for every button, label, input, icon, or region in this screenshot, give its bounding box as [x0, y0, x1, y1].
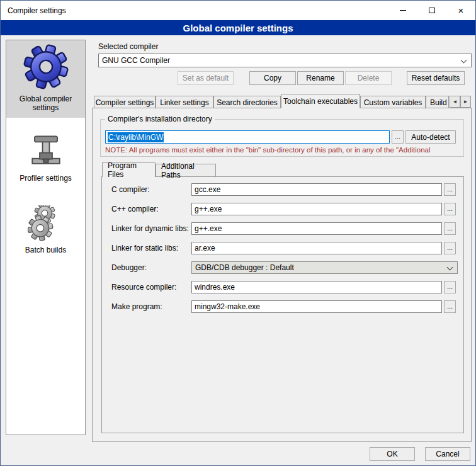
bin-subdirectory-note: NOTE: All programs must exist either in … — [105, 146, 464, 154]
sidebar-item-label: Batch builds — [6, 246, 85, 254]
tab-scroll-right-button[interactable]: ► — [460, 96, 471, 108]
tab-search-directories[interactable]: Search directories — [213, 96, 281, 108]
sidebar-item-batch-builds[interactable]: Batch builds — [6, 205, 85, 254]
debugger-label: Debugger: — [111, 263, 147, 272]
install-dir-input[interactable]: C:\raylib\MinGW — [105, 130, 390, 144]
debugger-select-value: GDB/CDB debugger : Default — [195, 263, 294, 272]
dynamic-linker-input[interactable] — [191, 222, 442, 235]
tab-build-options[interactable]: Build options — [426, 96, 449, 108]
settings-category-list: Global compiler settings Profiler settin… — [6, 40, 86, 435]
autodetect-button[interactable]: Auto-detect — [405, 130, 456, 144]
subtab-program-files[interactable]: Program Files — [102, 162, 156, 177]
resource-compiler-label: Resource compiler: — [111, 283, 176, 292]
dynamic-linker-browse-button[interactable]: ... — [444, 222, 456, 235]
c-compiler-browse-button[interactable]: ... — [444, 183, 456, 196]
sidebar-item-label: Profiler settings — [6, 174, 85, 183]
compiler-select[interactable]: GNU GCC Compiler — [98, 54, 472, 67]
sidebar-item-global-compiler-settings[interactable]: Global compiler settings — [6, 43, 85, 112]
make-program-browse-button[interactable]: ... — [444, 300, 456, 313]
static-linker-input[interactable] — [191, 242, 442, 254]
installation-directory-group-label: Compiler's installation directory — [105, 115, 215, 123]
resource-compiler-browse-button[interactable]: ... — [444, 281, 456, 293]
sidebar-item-label: Global compiler settings — [6, 94, 85, 112]
install-dir-browse-button[interactable]: ... — [392, 130, 404, 144]
static-linker-label: Linker for static libs: — [111, 244, 178, 253]
subtab-additional-paths[interactable]: Additional Paths — [156, 164, 216, 176]
ok-button[interactable]: OK — [370, 447, 415, 461]
close-icon: × — [458, 6, 464, 15]
reset-defaults-button[interactable]: Reset defaults — [407, 71, 465, 85]
compiler-select-value: GNU GCC Compiler — [102, 56, 170, 65]
minimize-button[interactable] — [388, 1, 417, 20]
compiler-settings-dialog: Compiler settings × Global compiler sett… — [0, 0, 476, 466]
minimize-icon — [400, 10, 406, 11]
tab-linker-settings[interactable]: Linker settings — [156, 96, 213, 108]
close-button[interactable]: × — [446, 1, 475, 20]
cpp-compiler-browse-button[interactable]: ... — [444, 203, 456, 215]
selected-compiler-label: Selected compiler — [98, 42, 158, 51]
make-program-input[interactable] — [191, 300, 442, 313]
window-title: Compiler settings — [8, 6, 66, 15]
static-linker-browse-button[interactable]: ... — [444, 242, 456, 254]
c-compiler-input[interactable] — [191, 183, 442, 196]
chevron-down-icon — [461, 57, 467, 64]
tab-scroll-left-button[interactable]: ◄ — [450, 96, 460, 108]
c-compiler-label: C compiler: — [111, 185, 150, 194]
debugger-select[interactable]: GDB/CDB debugger : Default — [191, 261, 458, 274]
make-program-label: Make program: — [111, 302, 162, 311]
dynamic-linker-label: Linker for dynamic libs: — [111, 224, 189, 233]
cpp-compiler-input[interactable] — [191, 203, 442, 215]
profiler-tool-icon — [28, 132, 64, 169]
sidebar-item-profiler-settings[interactable]: Profiler settings — [6, 132, 85, 183]
chevron-down-icon — [447, 264, 453, 271]
maximize-icon — [429, 8, 435, 13]
copy-button[interactable]: Copy — [249, 71, 296, 85]
cpp-compiler-label: C++ compiler: — [111, 205, 159, 213]
delete-button[interactable]: Delete — [345, 71, 392, 85]
resource-compiler-input[interactable] — [191, 281, 442, 293]
cancel-button[interactable]: Cancel — [425, 447, 470, 461]
arrow-left-icon: ◄ — [453, 99, 458, 105]
rename-button[interactable]: Rename — [297, 71, 344, 85]
maximize-button[interactable] — [417, 1, 446, 20]
blue-gear-icon — [22, 43, 70, 91]
dialog-header: Global compiler settings — [1, 20, 475, 35]
install-dir-selected-text: C:\raylib\MinGW — [108, 132, 164, 142]
tab-compiler-settings[interactable]: Compiler settings — [94, 96, 156, 108]
arrow-right-icon: ► — [463, 99, 468, 105]
gray-gears-icon — [28, 205, 64, 242]
tab-custom-variables[interactable]: Custom variables — [360, 96, 426, 108]
titlebar: Compiler settings × — [1, 1, 475, 20]
tab-toolchain-executables[interactable]: Toolchain executables — [281, 94, 360, 108]
dialog-header-title: Global compiler settings — [183, 23, 293, 33]
set-as-default-button[interactable]: Set as default — [178, 71, 234, 85]
